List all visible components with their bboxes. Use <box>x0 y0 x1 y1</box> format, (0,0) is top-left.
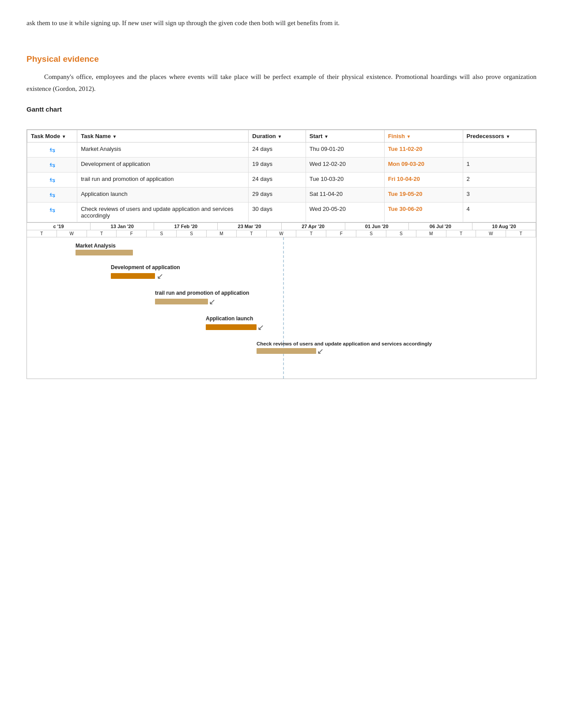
timeline-date-aug20: 10 Aug '20 <box>472 223 536 230</box>
col-header-start[interactable]: Start ▼ <box>306 130 384 142</box>
timeline-date-mar20: 23 Mar '20 <box>218 223 281 230</box>
cell-duration-2: 24 days <box>249 172 306 187</box>
cell-icon-4: ⇆ <box>27 202 77 222</box>
bar-1 <box>76 250 133 255</box>
cell-icon-0: ⇆ <box>27 142 77 157</box>
cell-duration-3: 29 days <box>249 187 306 202</box>
gantt-row-2: Development of application ↙ <box>111 264 532 281</box>
cell-predecessors-3: 3 <box>463 187 536 202</box>
gantt-table-wrapper: Task Mode ▼ Task Name ▼ Duration ▼ Start… <box>26 129 537 223</box>
bar-4 <box>206 324 257 330</box>
timeline-days-row: T W T F S S M T W T F S S M T W T <box>27 230 536 237</box>
cell-start-3: Sat 11-04-20 <box>306 187 384 202</box>
bar-3 <box>155 299 208 304</box>
timeline-section: c '19 13 Jan '20 17 Feb '20 23 Mar '20 2… <box>26 223 537 379</box>
timeline-day-last: T <box>506 230 536 237</box>
table-row: ⇆ Check reviews of users and update appl… <box>27 202 536 222</box>
gantt-chart-heading: Gantt chart <box>26 105 537 113</box>
timeline-date-feb20: 17 Feb '20 <box>154 223 218 230</box>
col-header-finish[interactable]: Finish ▼ <box>384 130 463 142</box>
table-row: ⇆ trail run and promotion of application… <box>27 172 536 187</box>
col-header-task-name[interactable]: Task Name ▼ <box>77 130 249 142</box>
cell-name-3: Application launch <box>77 187 249 202</box>
cell-finish-3: Tue 19-05-20 <box>384 187 463 202</box>
cell-name-4: Check reviews of users and update applic… <box>77 202 249 222</box>
gantt-row-5: Check reviews of users and update applic… <box>257 341 532 356</box>
cell-icon-3: ⇆ <box>27 187 77 202</box>
cell-start-2: Tue 10-03-20 <box>306 172 384 187</box>
bar-label-1: Market Analysis <box>76 243 532 249</box>
table-row: ⇆ Market Analysis 24 days Thu 09-01-20 T… <box>27 142 536 157</box>
cell-finish-1: Mon 09-03-20 <box>384 157 463 172</box>
cell-predecessors-1: 1 <box>463 157 536 172</box>
gantt-table: Task Mode ▼ Task Name ▼ Duration ▼ Start… <box>27 130 536 222</box>
bar-2 <box>111 273 155 279</box>
bar-label-5: Check reviews of users and update applic… <box>257 341 532 346</box>
gantt-row-3: trail run and promotion of application ↙ <box>155 290 532 307</box>
bar-label-3: trail run and promotion of application <box>155 290 532 296</box>
timeline-date-c19: c '19 <box>27 223 91 230</box>
bar-label-2: Development of application <box>111 264 532 270</box>
bar-5-arrow: ↙ <box>317 346 324 356</box>
cell-finish-2: Fri 10-04-20 <box>384 172 463 187</box>
gantt-row-1: Market Analysis <box>76 243 532 255</box>
timeline-date-jul20: 06 Jul '20 <box>409 223 472 230</box>
bar-5 <box>257 348 316 354</box>
dashed-line-jun <box>283 237 284 379</box>
cell-icon-1: ⇆ <box>27 157 77 172</box>
cell-finish-0: Tue 11-02-20 <box>384 142 463 157</box>
gantt-chart-area: Market Analysis Development of applicati… <box>27 237 536 379</box>
table-header-row: Task Mode ▼ Task Name ▼ Duration ▼ Start… <box>27 130 536 142</box>
bar-3-arrow: ↙ <box>209 297 215 307</box>
cell-duration-4: 30 days <box>249 202 306 222</box>
cell-start-1: Wed 12-02-20 <box>306 157 384 172</box>
timeline-date-jan20: 13 Jan '20 <box>91 223 154 230</box>
col-header-task-mode[interactable]: Task Mode ▼ <box>27 130 77 142</box>
section-heading: Physical evidence <box>26 54 537 64</box>
bar-4-arrow: ↙ <box>257 323 264 332</box>
cell-predecessors-4: 4 <box>463 202 536 222</box>
cell-start-4: Wed 20-05-20 <box>306 202 384 222</box>
cell-name-0: Market Analysis <box>77 142 249 157</box>
cell-icon-2: ⇆ <box>27 172 77 187</box>
gantt-row-4: Application launch ↙ <box>206 315 532 332</box>
bar-2-arrow: ↙ <box>157 271 163 281</box>
col-header-duration[interactable]: Duration ▼ <box>249 130 306 142</box>
cell-finish-4: Tue 30-06-20 <box>384 202 463 222</box>
intro-paragraph: ask them to use it while signing up. If … <box>26 18 537 29</box>
table-row: ⇆ Development of application 19 days Wed… <box>27 157 536 172</box>
cell-duration-0: 24 days <box>249 142 306 157</box>
cell-start-0: Thu 09-01-20 <box>306 142 384 157</box>
body-paragraph: Company's office, employees and the plac… <box>26 71 537 95</box>
table-row: ⇆ Application launch 29 days Sat 11-04-2… <box>27 187 536 202</box>
cell-predecessors-2: 2 <box>463 172 536 187</box>
cell-duration-1: 19 days <box>249 157 306 172</box>
timeline-date-jun20: 01 Jun '20 <box>345 223 409 230</box>
cell-name-2: trail run and promotion of application <box>77 172 249 187</box>
timeline-date-apr20: 27 Apr '20 <box>282 223 345 230</box>
bar-label-4: Application launch <box>206 315 532 322</box>
cell-predecessors-0 <box>463 142 536 157</box>
timeline-date-header: c '19 13 Jan '20 17 Feb '20 23 Mar '20 2… <box>27 223 536 230</box>
col-header-predecessors[interactable]: Predecessors ▼ <box>463 130 536 142</box>
cell-name-1: Development of application <box>77 157 249 172</box>
